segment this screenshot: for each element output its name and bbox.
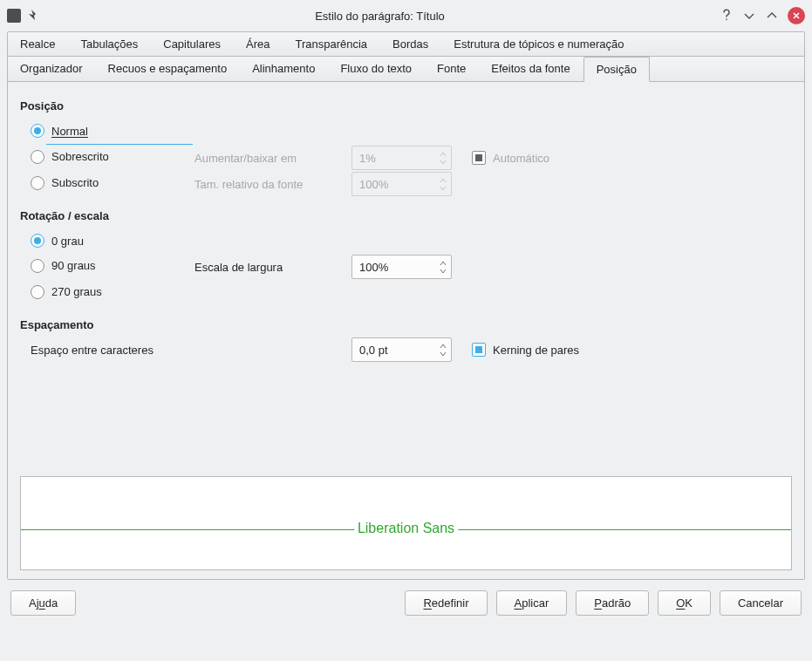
tab-estrutura[interactable]: Estrutura de tópicos e numeração (441, 32, 637, 56)
tab-row-1: Realce Tabulações Capitulares Área Trans… (8, 32, 804, 57)
radio-0grau[interactable]: 0 grau (31, 234, 84, 248)
ok-button[interactable]: OK (658, 590, 711, 616)
help-icon[interactable] (720, 8, 734, 24)
radio-subscrito-label: Subscrito (51, 176, 99, 189)
spin-relsize: 100% (351, 172, 452, 196)
font-preview: Liberation Sans (20, 476, 792, 570)
tab-organizador[interactable]: Organizador (8, 57, 96, 81)
spin-raise-value: 1% (359, 152, 439, 165)
spin-arrows-icon[interactable] (439, 260, 447, 275)
tab-area[interactable]: Área (234, 32, 283, 56)
radio-270graus[interactable]: 270 graus (31, 285, 102, 299)
titlebar: Estilo do parágrafo: Título (0, 0, 812, 31)
section-rotation: Rotação / escala (20, 209, 792, 222)
spin-scale[interactable]: 100% (351, 255, 452, 279)
chevron-down-icon[interactable] (742, 9, 756, 23)
tab-recuos[interactable]: Recuos e espaçamento (96, 57, 241, 81)
tab-row-2: Organizador Recuos e espaçamento Alinham… (8, 57, 804, 82)
label-charspacing: Espaço entre caracteres (20, 344, 351, 357)
apply-button[interactable]: Aplicar (496, 590, 568, 616)
radio-normal[interactable]: Normal (31, 124, 88, 138)
section-position: Posição (20, 99, 792, 112)
check-kerning-label: Kerning de pares (493, 344, 579, 357)
spin-arrows-icon[interactable] (439, 343, 447, 358)
tab-container: Realce Tabulações Capitulares Área Trans… (7, 31, 805, 580)
tab-realce[interactable]: Realce (8, 32, 68, 56)
tab-efeitos[interactable]: Efeitos da fonte (479, 57, 583, 81)
check-automatico-label: Automático (493, 152, 549, 165)
radio-normal-label: Normal (51, 125, 88, 138)
spin-charspacing-value: 0,0 pt (359, 344, 439, 357)
cancel-button[interactable]: Cancelar (720, 590, 802, 616)
help-button[interactable]: Ajuda (10, 590, 76, 616)
tab-fluxo[interactable]: Fluxo do texto (328, 57, 425, 81)
radio-sobrescrito-label: Sobrescrito (51, 150, 109, 163)
tab-posicao[interactable]: Posição (583, 57, 650, 82)
check-automatico: Automático (472, 151, 549, 165)
radio-90graus-label: 90 graus (51, 259, 96, 272)
spin-scale-value: 100% (359, 261, 439, 274)
check-kerning[interactable]: Kerning de pares (472, 343, 579, 357)
tab-capitulares[interactable]: Capitulares (151, 32, 234, 56)
section-spacing: Espaçamento (20, 318, 792, 331)
spin-arrows-icon (439, 177, 447, 192)
close-icon[interactable] (788, 7, 805, 24)
tab-tabulacoes[interactable]: Tabulações (68, 32, 151, 56)
reset-button[interactable]: Redefinir (405, 590, 487, 616)
tab-fonte[interactable]: Fonte (425, 57, 479, 81)
pin-icon[interactable] (28, 9, 40, 24)
radio-270graus-label: 270 graus (51, 285, 102, 298)
spin-arrows-icon (439, 151, 447, 166)
label-scale: Escala de largura (194, 261, 351, 274)
label-raise: Aumentar/baixar em (194, 152, 351, 165)
radio-subscrito[interactable]: Subscrito (31, 176, 99, 190)
spin-charspacing[interactable]: 0,0 pt (351, 337, 452, 362)
default-button[interactable]: Padrão (576, 590, 649, 616)
tab-bordas[interactable]: Bordas (380, 32, 441, 56)
dialog-button-row: Ajuda Redefinir Aplicar Padrão OK Cancel… (7, 580, 805, 619)
spin-raise: 1% (351, 146, 452, 170)
label-relsize: Tam. relativo da fonte (194, 178, 351, 191)
tab-content-posicao: Posição Normal Sobrescrito Aumen (8, 82, 804, 579)
tab-alinhamento[interactable]: Alinhamento (240, 57, 328, 81)
chevron-up-icon[interactable] (765, 9, 779, 23)
radio-sobrescrito[interactable]: Sobrescrito (31, 150, 109, 164)
radio-0grau-label: 0 grau (51, 235, 84, 248)
tab-transparencia[interactable]: Transparência (283, 32, 380, 56)
spin-relsize-value: 100% (359, 178, 439, 191)
app-icon (7, 9, 21, 23)
radio-90graus[interactable]: 90 graus (31, 259, 96, 273)
window-title: Estilo do parágrafo: Título (40, 10, 720, 23)
preview-text: Liberation Sans (354, 521, 458, 536)
